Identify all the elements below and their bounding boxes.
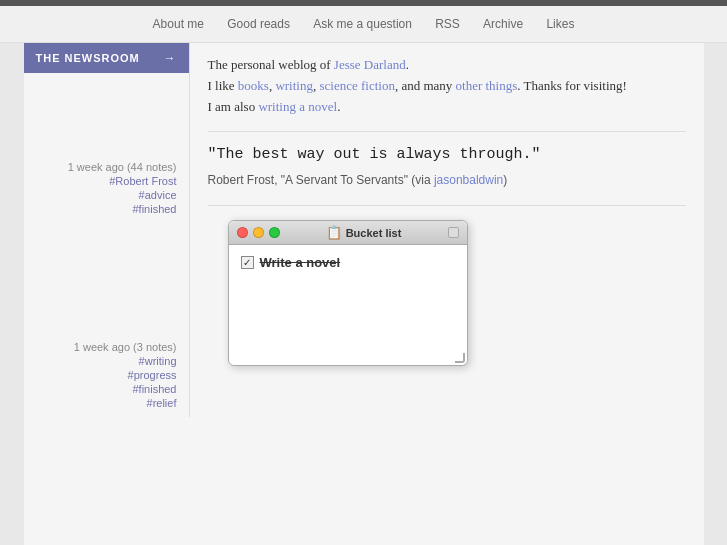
bio-line1: The personal weblog of Jesse Darland. bbox=[208, 55, 686, 76]
bio-author-link[interactable]: Jesse Darland bbox=[334, 57, 406, 72]
attribution-link[interactable]: jasonbaldwin bbox=[434, 173, 503, 187]
bucket-list: ✓ Write a novel bbox=[241, 255, 455, 270]
nav-bar: About me Good reads Ask me a question RS… bbox=[0, 6, 727, 43]
attribution-post: ) bbox=[503, 173, 507, 187]
mac-title-icon: 📋 bbox=[326, 225, 342, 240]
bio-line2: I like books, writing, science fiction, … bbox=[208, 76, 686, 97]
tag-relief[interactable]: #relief bbox=[36, 397, 177, 409]
tag-advice[interactable]: #advice bbox=[36, 189, 177, 201]
sidebar-post2-meta: 1 week ago (3 notes) #writing #progress … bbox=[24, 333, 189, 417]
mac-close-btn[interactable] bbox=[237, 227, 248, 238]
nav-rss[interactable]: RSS bbox=[435, 17, 460, 31]
bucket-list-item: ✓ Write a novel bbox=[241, 255, 455, 270]
bio-section: The personal weblog of Jesse Darland. I … bbox=[208, 55, 686, 132]
post1-quote: "The best way out is always through." bbox=[208, 146, 686, 163]
mac-minimize-btn[interactable] bbox=[253, 227, 264, 238]
tag-finished-1[interactable]: #finished bbox=[36, 203, 177, 215]
tag-finished-2[interactable]: #finished bbox=[36, 383, 177, 395]
bio-text6: I am also bbox=[208, 99, 259, 114]
nav-archive[interactable]: Archive bbox=[483, 17, 523, 31]
checkbox-checked[interactable]: ✓ bbox=[241, 256, 254, 269]
bio-text1: I like bbox=[208, 78, 238, 93]
page-container: THE NEWSROOM → 1 week ago (44 notes) #Ro… bbox=[24, 43, 704, 545]
bio-link-writing[interactable]: writing bbox=[275, 78, 313, 93]
bio-link-scifi[interactable]: science fiction bbox=[319, 78, 394, 93]
post1-time: 1 week ago (44 notes) bbox=[68, 161, 177, 173]
tag-progress[interactable]: #progress bbox=[36, 369, 177, 381]
bio-text5: . Thanks for visiting! bbox=[517, 78, 627, 93]
tag-writing[interactable]: #writing bbox=[36, 355, 177, 367]
tag-robert-frost[interactable]: #Robert Frost bbox=[36, 175, 177, 187]
nav-ask[interactable]: Ask me a question bbox=[313, 17, 412, 31]
bio-link-books[interactable]: books bbox=[238, 78, 269, 93]
post1-section: "The best way out is always through." Ro… bbox=[208, 146, 686, 206]
bio-text4: , and many bbox=[395, 78, 456, 93]
content-area: The personal weblog of Jesse Darland. I … bbox=[189, 43, 704, 417]
mac-window-title: 📋 Bucket list bbox=[285, 225, 443, 240]
mac-maximize-btn[interactable] bbox=[269, 227, 280, 238]
main-layout: THE NEWSROOM → 1 week ago (44 notes) #Ro… bbox=[24, 43, 704, 417]
nav-likes[interactable]: Likes bbox=[546, 17, 574, 31]
bio-link-other[interactable]: other things bbox=[456, 78, 518, 93]
sidebar-post1-meta: 1 week ago (44 notes) #Robert Frost #adv… bbox=[24, 153, 189, 223]
bio-dot: . bbox=[406, 57, 409, 72]
blog-title: THE NEWSROOM bbox=[36, 52, 140, 64]
mac-resize-corner[interactable] bbox=[455, 353, 465, 363]
mac-title-text: Bucket list bbox=[346, 227, 402, 239]
bio-link-novel[interactable]: writing a novel bbox=[258, 99, 337, 114]
post2-time: 1 week ago (3 notes) bbox=[74, 341, 177, 353]
nav-about[interactable]: About me bbox=[153, 17, 204, 31]
sidebar: THE NEWSROOM → 1 week ago (44 notes) #Ro… bbox=[24, 43, 189, 417]
bio-line3: I am also writing a novel. bbox=[208, 97, 686, 118]
blog-title-box[interactable]: THE NEWSROOM → bbox=[24, 43, 189, 73]
attribution-pre: Robert Frost, "A Servant To Servants" (v… bbox=[208, 173, 434, 187]
bio-prefix: The personal weblog of bbox=[208, 57, 334, 72]
mac-resize-btn[interactable] bbox=[448, 227, 459, 238]
mac-window-content: ✓ Write a novel bbox=[229, 245, 467, 365]
bucket-item-text: Write a novel bbox=[260, 255, 341, 270]
bio-text7: . bbox=[337, 99, 340, 114]
nav-good-reads[interactable]: Good reads bbox=[227, 17, 290, 31]
main-nav: About me Good reads Ask me a question RS… bbox=[0, 16, 727, 32]
mac-titlebar: 📋 Bucket list bbox=[229, 221, 467, 245]
bucket-list-window: 📋 Bucket list ✓ Write a novel bbox=[228, 220, 468, 366]
post1-attribution: Robert Frost, "A Servant To Servants" (v… bbox=[208, 173, 686, 187]
blog-title-arrow: → bbox=[164, 51, 177, 65]
post2-section: 📋 Bucket list ✓ Write a novel bbox=[208, 220, 686, 376]
